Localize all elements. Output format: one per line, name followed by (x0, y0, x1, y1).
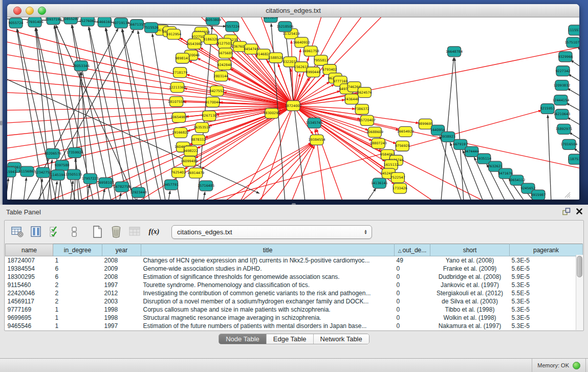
graph-node[interactable]: 9227342 (555, 66, 570, 76)
cell-year[interactable]: 2008 (102, 273, 141, 281)
graph-node[interactable]: 1145194 (51, 170, 66, 180)
graph-node[interactable]: 1115575 (568, 25, 579, 35)
cell-year[interactable]: 2003 (102, 297, 141, 305)
cell-short[interactable]: Franke et al. (2009) (430, 265, 510, 273)
graph-node[interactable]: 8915987 (531, 190, 546, 200)
cell-title[interactable]: Structural magnetic resonance image aver… (141, 314, 395, 322)
graph-node[interactable]: 7515526 (144, 23, 159, 33)
graph-node[interactable]: 7522547 (390, 172, 405, 183)
cell-pagerank[interactable]: 5.3E-5 (510, 297, 583, 305)
graph-node[interactable]: 7557224 (225, 21, 239, 32)
graph-node[interactable]: 15751074 (564, 37, 579, 48)
graph-node[interactable]: 2436448 (344, 94, 359, 104)
graph-node[interactable]: 11156863 (19, 166, 36, 177)
graph-node[interactable]: 5912954 (166, 29, 181, 39)
graph-node[interactable]: 2803144 (213, 71, 228, 81)
graph-node[interactable]: 15892971 (555, 124, 572, 134)
graph-node[interactable]: 9498222 (183, 146, 198, 156)
graph-node[interactable]: 16671355 (128, 19, 145, 30)
row-height-button[interactable] (68, 225, 81, 238)
network-window-titlebar[interactable]: citations_edges.txt (7, 4, 579, 17)
cell-out_degree[interactable]: 0 (395, 305, 430, 314)
column-header-name[interactable]: name (6, 244, 53, 256)
cell-name[interactable]: 18724007 (6, 256, 53, 265)
cell-short[interactable]: de Silva et al. (2003) (430, 297, 510, 305)
cell-title[interactable]: Tourette syndrome. Phenomenology and cla… (141, 281, 395, 289)
cell-name[interactable]: 9465546 (6, 322, 53, 330)
graph-node[interactable]: 27691406 (27, 17, 43, 27)
graph-node[interactable]: 9242848 (217, 60, 232, 70)
tab-network-table[interactable]: Network Table (313, 334, 369, 344)
graph-node[interactable]: 9397588 (55, 160, 70, 170)
cell-short[interactable]: Nakamura et al. (1997) (430, 322, 510, 330)
graph-node[interactable]: 9457791 (164, 180, 179, 190)
panel-collapse-handle[interactable] (0, 121, 3, 125)
graph-node[interactable]: 1733426 (393, 183, 407, 193)
cell-title[interactable]: Estimation of significance thresholds fo… (141, 273, 395, 281)
cell-pagerank[interactable]: 5.6E-5 (510, 265, 583, 273)
graph-node[interactable]: 7386372 (355, 104, 369, 115)
graph-node[interactable]: 28053346 (73, 61, 90, 71)
cell-title[interactable]: Disruption of a novel member of a sodium… (141, 297, 395, 305)
graph-node[interactable]: 18300295 (263, 108, 280, 119)
function-builder-button[interactable]: f(x) (147, 225, 161, 238)
graph-node[interactable]: 15716485 (198, 181, 214, 191)
graph-node[interactable]: 12444154 (552, 95, 569, 105)
cell-out_degree[interactable]: 0 (395, 314, 430, 322)
column-header-pagerank[interactable]: pagerank (510, 244, 583, 256)
graph-node[interactable]: 19384554 (309, 135, 325, 145)
select-rows-button[interactable] (49, 225, 62, 238)
graph-node[interactable]: 10719134 (113, 18, 129, 28)
graph-node[interactable]: 17016504 (560, 139, 577, 149)
graph-node[interactable]: 9474444 (464, 146, 479, 157)
table-selector-dropdown[interactable]: citations_edges.txt ▲▼ (171, 225, 372, 239)
graph-node[interactable]: 13505135 (66, 169, 82, 180)
table-row[interactable]: 1872400712008Changes of HCN gene express… (6, 256, 583, 265)
graph-node[interactable]: 16958107 (97, 178, 114, 188)
graph-node[interactable]: 16961758 (302, 46, 319, 56)
graph-node[interactable]: 19166822 (172, 127, 189, 138)
column-header-in_degree[interactable]: in_degree (53, 244, 102, 256)
graph-node[interactable]: 16053809 (204, 17, 221, 25)
graph-node[interactable]: 1588520 (268, 53, 283, 63)
cell-pagerank[interactable]: 5.9E-5 (510, 273, 583, 281)
cell-in_degree[interactable]: 2 (53, 289, 102, 297)
graph-node[interactable]: 8990448 (306, 67, 321, 77)
graph-node[interactable]: 16210643 (553, 109, 570, 119)
cell-title[interactable]: Changes of HCN gene expression and I(f) … (141, 256, 395, 265)
graph-node[interactable]: 16353514 (193, 122, 210, 133)
cell-short[interactable]: Tibbo et al. (1998) (430, 305, 510, 314)
cell-pagerank[interactable]: 5.3E-5 (510, 305, 583, 314)
cell-name[interactable]: 14569117 (6, 297, 53, 305)
cell-in_degree[interactable]: 1 (53, 322, 102, 330)
table-row[interactable]: 911546021997Tourette syndrome. Phenomeno… (6, 281, 583, 289)
graph-node[interactable]: 12213369 (169, 82, 186, 93)
cell-short[interactable]: Stergiakouli et al. (2012) (430, 289, 510, 297)
table-row[interactable]: 977716911998Corpus callosum shape and si… (6, 305, 583, 314)
table-row[interactable]: 1830029562008Estimation of significance … (6, 273, 583, 281)
graph-node[interactable]: 8938923 (441, 132, 455, 142)
hub-node[interactable]: 18724007 (285, 101, 301, 111)
graph-node[interactable]: 9898141 (175, 53, 190, 63)
cell-out_degree[interactable]: 0 (395, 273, 430, 281)
column-header-year[interactable]: year (102, 244, 141, 256)
graph-node[interactable]: 10855287 (62, 17, 79, 24)
network-view-window[interactable]: citations_edges.txt 18300295193845542242… (7, 4, 579, 200)
graph-node[interactable]: 16914479 (187, 168, 204, 178)
column-header-title[interactable]: title (141, 244, 395, 256)
graph-node[interactable]: 10688609 (366, 127, 383, 137)
graph-node[interactable]: 7955812 (314, 55, 329, 65)
graph-node[interactable]: 3915941 (7, 167, 16, 177)
table-header-row[interactable]: namein_degreeyeartitle△out_de...shortpag… (6, 244, 583, 256)
cell-in_degree[interactable]: 6 (53, 273, 102, 281)
graph-node[interactable]: 12342757 (35, 167, 52, 178)
memory-ok-indicator-icon[interactable] (573, 362, 580, 369)
graph-node[interactable]: 8186328 (203, 34, 218, 45)
graph-node[interactable]: 8427552 (209, 86, 224, 96)
cell-year[interactable]: 1997 (102, 281, 141, 289)
cell-in_degree[interactable]: 6 (53, 265, 102, 273)
graph-node[interactable]: 5675685 (218, 48, 233, 58)
float-panel-icon[interactable] (562, 207, 571, 215)
table-row[interactable]: 946554611997Estimation of the future num… (6, 322, 583, 330)
column-header-out_degree[interactable]: △out_de... (395, 244, 430, 256)
